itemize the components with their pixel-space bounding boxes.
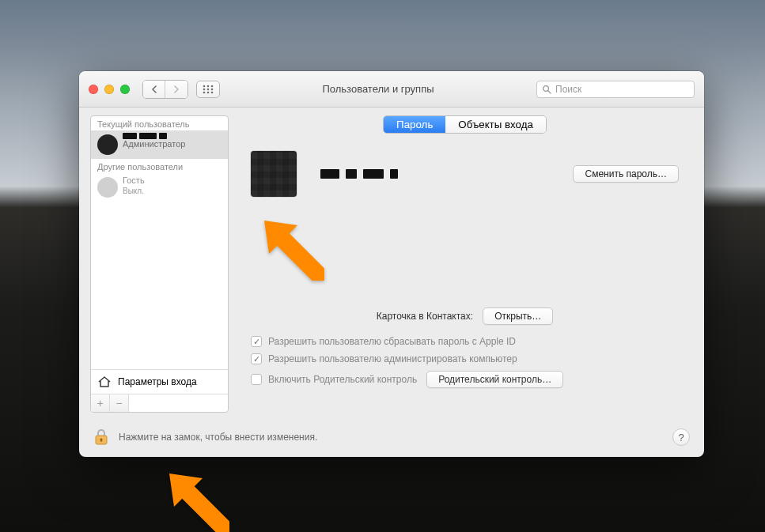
search-field[interactable]: Поиск bbox=[536, 81, 695, 98]
search-placeholder: Поиск bbox=[555, 84, 581, 95]
svg-point-9 bbox=[543, 85, 549, 91]
avatar bbox=[97, 134, 118, 155]
user-fullname-redacted bbox=[320, 169, 398, 179]
svg-point-5 bbox=[211, 88, 214, 90]
remove-user-button[interactable]: − bbox=[110, 394, 129, 412]
annotation-arrow bbox=[166, 470, 229, 532]
tabs: Пароль Объекты входа bbox=[237, 115, 693, 134]
chevron-right-icon bbox=[173, 85, 180, 93]
chevron-left-icon bbox=[151, 85, 157, 93]
guest-status: Выкл. bbox=[123, 186, 145, 196]
login-options-label: Параметры входа bbox=[118, 376, 197, 387]
sidebar-header-current: Текущий пользователь bbox=[91, 116, 228, 130]
add-user-button[interactable]: + bbox=[91, 394, 110, 412]
svg-rect-13 bbox=[100, 440, 101, 442]
window-body: Текущий пользователь Администратор Други… bbox=[79, 108, 704, 421]
tab-login-items[interactable]: Объекты входа bbox=[445, 116, 546, 133]
svg-point-4 bbox=[207, 88, 210, 90]
svg-point-1 bbox=[207, 85, 210, 87]
search-icon bbox=[542, 85, 551, 94]
checkbox-label: Включить Родительский контроль bbox=[268, 374, 417, 385]
minimize-window-button[interactable] bbox=[104, 85, 114, 94]
lock-icon[interactable] bbox=[93, 428, 109, 446]
show-all-button[interactable] bbox=[196, 81, 220, 98]
zoom-window-button[interactable] bbox=[120, 85, 130, 94]
parental-control-button[interactable]: Родительский контроль… bbox=[426, 371, 563, 388]
grid-icon bbox=[203, 85, 214, 94]
content-pane: Пароль Объекты входа Сменить пароль… Кар… bbox=[237, 115, 693, 413]
house-icon bbox=[97, 375, 112, 388]
nav-segment bbox=[142, 80, 188, 99]
login-options-row[interactable]: Параметры входа bbox=[91, 369, 228, 394]
add-remove-controls: + − bbox=[91, 394, 228, 412]
avatar bbox=[97, 177, 118, 198]
svg-point-8 bbox=[211, 91, 214, 93]
svg-line-10 bbox=[548, 91, 551, 93]
toolbar: Пользователи и группы Поиск bbox=[79, 71, 704, 108]
change-password-button[interactable]: Сменить пароль… bbox=[573, 165, 679, 183]
checkbox-icon bbox=[251, 353, 262, 364]
forward-button[interactable] bbox=[165, 81, 187, 98]
traffic-lights bbox=[89, 85, 130, 94]
sidebar-header-others: Другие пользователи bbox=[91, 159, 228, 173]
checkbox-icon bbox=[251, 374, 262, 385]
lock-row: Нажмите на замок, чтобы внести изменения… bbox=[79, 421, 704, 457]
window-title: Пользователи и группы bbox=[228, 83, 528, 95]
user-name-redacted bbox=[123, 133, 185, 139]
sidebar-item-guest[interactable]: Гость Выкл. bbox=[91, 173, 228, 202]
checkbox-group: Разрешить пользователю сбрасывать пароль… bbox=[251, 336, 693, 388]
contacts-card-row: Карточка в Контактах: Открыть… bbox=[237, 308, 693, 325]
tab-password[interactable]: Пароль bbox=[384, 116, 445, 133]
checkbox-allow-admin[interactable]: Разрешить пользователю администрировать … bbox=[251, 353, 693, 364]
sidebar-item-current-user[interactable]: Администратор bbox=[91, 130, 228, 159]
user-avatar-large[interactable] bbox=[251, 151, 297, 197]
close-window-button[interactable] bbox=[89, 85, 98, 94]
checkbox-label: Разрешить пользователю сбрасывать пароль… bbox=[268, 336, 516, 347]
preferences-window: Пользователи и группы Поиск Текущий поль… bbox=[79, 71, 704, 457]
svg-point-7 bbox=[207, 91, 210, 93]
contacts-label: Карточка в Контактах: bbox=[377, 311, 473, 322]
help-button[interactable]: ? bbox=[672, 428, 690, 446]
checkbox-apple-id-reset[interactable]: Разрешить пользователю сбрасывать пароль… bbox=[251, 336, 693, 347]
back-button[interactable] bbox=[143, 81, 165, 98]
guest-name: Гость bbox=[123, 175, 145, 186]
checkbox-parental-control[interactable]: Включить Родительский контроль bbox=[251, 374, 417, 385]
open-contacts-button[interactable]: Открыть… bbox=[483, 308, 553, 325]
svg-point-3 bbox=[203, 88, 206, 90]
svg-point-2 bbox=[211, 85, 214, 87]
svg-point-0 bbox=[203, 85, 206, 87]
users-sidebar: Текущий пользователь Администратор Други… bbox=[90, 115, 229, 413]
checkbox-label: Разрешить пользователю администрировать … bbox=[268, 353, 517, 364]
checkbox-icon bbox=[251, 336, 262, 347]
user-summary-row: Сменить пароль… bbox=[251, 151, 679, 197]
svg-point-6 bbox=[203, 91, 206, 93]
user-role: Администратор bbox=[123, 139, 185, 149]
lock-text: Нажмите на замок, чтобы внести изменения… bbox=[119, 432, 317, 443]
